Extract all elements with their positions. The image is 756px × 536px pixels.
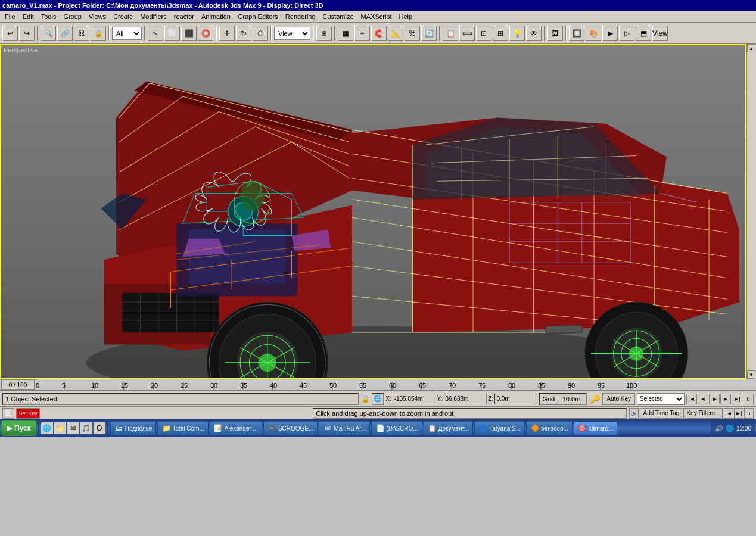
- svg-text:55: 55: [359, 382, 366, 389]
- render-last-button[interactable]: ⬒: [636, 26, 651, 41]
- coordinate-system-dropdown[interactable]: View Screen World Local: [274, 27, 310, 40]
- hint-text: Click and drag up-and-down to zoom in an…: [316, 410, 453, 417]
- y-value[interactable]: 36.638m: [444, 394, 487, 404]
- svg-text:5: 5: [62, 382, 66, 389]
- link-button[interactable]: 🔗: [57, 26, 73, 41]
- taskbar-folder-icon[interactable]: 📁: [54, 422, 66, 434]
- filter-icon[interactable]: 🔊: [629, 408, 639, 419]
- scale-button[interactable]: ⬡: [253, 26, 268, 41]
- title-text: camaro_V1.max - Project Folder: C:\Мои д…: [2, 2, 323, 9]
- view-cube-button[interactable]: ⬜: [2, 408, 14, 419]
- spinner-snap-button[interactable]: 🔄: [421, 26, 437, 41]
- taskbar-item-camaro[interactable]: 🎯 camaro...: [574, 421, 618, 435]
- world-space-icon[interactable]: 🌐: [372, 393, 384, 405]
- bind-button[interactable]: 🔒: [91, 26, 106, 41]
- render-type-button[interactable]: 🖼: [547, 26, 563, 41]
- scroll-down-button[interactable]: ▼: [747, 370, 755, 379]
- ribbon-button[interactable]: ≡: [354, 26, 370, 41]
- menu-customize[interactable]: Customize: [319, 12, 357, 21]
- next-frame-button[interactable]: ►: [720, 394, 731, 404]
- filter-dropdown[interactable]: All: [112, 27, 142, 40]
- taskbar-item-scrooge[interactable]: 🎮 SCROOGE...: [263, 421, 318, 435]
- taskbar-item-podpolye[interactable]: 🗂 Подполье: [110, 421, 157, 435]
- taskbar-mail-icon[interactable]: ✉: [67, 422, 79, 434]
- unlink-button[interactable]: ⛓: [74, 26, 89, 41]
- mirror-button[interactable]: ⟺: [459, 26, 475, 41]
- taskbar-item-dscro[interactable]: 📄 (D:\SCRO...: [371, 421, 422, 435]
- selected-dropdown[interactable]: Selected: [637, 393, 685, 405]
- view-report-button[interactable]: View: [652, 26, 668, 41]
- pivot-button[interactable]: ⊕: [316, 26, 332, 41]
- key-filters-button[interactable]: Key Filters...: [683, 408, 723, 419]
- layer-button[interactable]: ▦: [338, 26, 353, 41]
- material-editor-button[interactable]: 🎨: [586, 26, 601, 41]
- move-button[interactable]: ✛: [219, 26, 235, 41]
- menu-create[interactable]: Create: [110, 12, 136, 21]
- car-scene[interactable]: [1, 45, 745, 378]
- quick-render-button[interactable]: ▷: [619, 26, 634, 41]
- percent-snap-button[interactable]: %: [405, 26, 420, 41]
- select-region-button[interactable]: ⬜: [164, 26, 180, 41]
- named-selections-button[interactable]: 📋: [443, 26, 458, 41]
- taskbar-item-benzoso[interactable]: 🔶 бензосо...: [526, 421, 573, 435]
- tray-icon-sound[interactable]: 🔊: [715, 425, 723, 432]
- menu-graph-editors[interactable]: Graph Editors: [234, 12, 282, 21]
- z-value[interactable]: 0.0m: [494, 394, 537, 404]
- menu-file[interactable]: File: [1, 12, 19, 21]
- play-button[interactable]: ▶: [709, 394, 720, 404]
- taskbar-item-tatyana[interactable]: 👤 Tatyana S...: [474, 421, 525, 435]
- menu-tools[interactable]: Tools: [38, 12, 60, 21]
- angle-snap-button[interactable]: 📐: [388, 26, 403, 41]
- taskbar-item-document[interactable]: 📋 Документ...: [424, 421, 474, 435]
- menu-views[interactable]: Views: [85, 12, 110, 21]
- jump-start-button[interactable]: |◄: [686, 394, 697, 404]
- isolate-button[interactable]: 👁: [526, 26, 542, 41]
- align-button[interactable]: ⊡: [476, 26, 491, 41]
- menu-rendering[interactable]: Rendering: [282, 12, 319, 21]
- render-scene-button[interactable]: ▶: [602, 26, 618, 41]
- rotate-button[interactable]: ↻: [236, 26, 251, 41]
- taskbar-ie-icon[interactable]: 🌐: [41, 422, 53, 434]
- taskbar-media-icon[interactable]: 🎵: [80, 422, 92, 434]
- schematic-button[interactable]: 🔲: [569, 26, 584, 41]
- taskbar-opera-icon[interactable]: O: [94, 422, 105, 434]
- select-circle-button[interactable]: ⭕: [198, 26, 213, 41]
- redo-button[interactable]: ↪: [19, 26, 35, 41]
- taskbar-item-mail[interactable]: ✉ Mail.Ru Ar...: [319, 421, 370, 435]
- select-object-button[interactable]: ↖: [148, 26, 163, 41]
- playback-start[interactable]: |◄: [724, 408, 733, 419]
- align-normal-button[interactable]: ⊞: [493, 26, 508, 41]
- key-icon[interactable]: 🔑: [589, 393, 601, 405]
- menu-edit[interactable]: Edit: [19, 12, 38, 21]
- auto-key-button[interactable]: Auto Key: [602, 393, 635, 405]
- snaps-button[interactable]: 🧲: [371, 26, 387, 41]
- menu-reactor[interactable]: reactor: [170, 12, 198, 21]
- prev-frame-button[interactable]: ◄: [698, 394, 708, 404]
- playback-frame[interactable]: 0: [744, 408, 754, 419]
- menu-modifiers[interactable]: Modifiers: [136, 12, 170, 21]
- set-key-button[interactable]: Set Key: [16, 408, 40, 419]
- x-value[interactable]: -105.854m: [393, 394, 435, 404]
- menu-group[interactable]: Group: [60, 12, 85, 21]
- viewport-area[interactable]: Perspective: [0, 44, 746, 379]
- tray-icon-network[interactable]: 🌐: [726, 425, 734, 432]
- scroll-up-button[interactable]: ▲: [747, 44, 755, 52]
- undo-button[interactable]: ↩: [2, 26, 18, 41]
- select-button[interactable]: 🔍: [41, 26, 56, 41]
- jump-end-button[interactable]: ►|: [732, 394, 742, 404]
- svg-text:30: 30: [210, 382, 217, 389]
- select-region2-button[interactable]: ⬛: [181, 26, 197, 41]
- taskbar-item-alexander[interactable]: 📝 Alexander ...: [210, 421, 262, 435]
- toolbar-sep-4: [216, 26, 217, 41]
- frame-display[interactable]: 0: [743, 394, 754, 404]
- start-button[interactable]: ▶ Пуск: [1, 420, 36, 436]
- add-time-tag-button[interactable]: Add Time Tag: [640, 408, 682, 419]
- place-highlight-button[interactable]: 💡: [509, 26, 525, 41]
- playback-nav: |◄ ►| 0: [724, 408, 754, 419]
- lock-icon[interactable]: 🔒: [360, 394, 370, 404]
- menu-animation[interactable]: Animation: [198, 12, 234, 21]
- menu-help[interactable]: Help: [396, 12, 416, 21]
- taskbar-item-totalcom[interactable]: 📁 Total Com...: [157, 421, 208, 435]
- menu-maxscript[interactable]: MAXScript: [357, 12, 396, 21]
- playback-end[interactable]: ►|: [734, 408, 743, 419]
